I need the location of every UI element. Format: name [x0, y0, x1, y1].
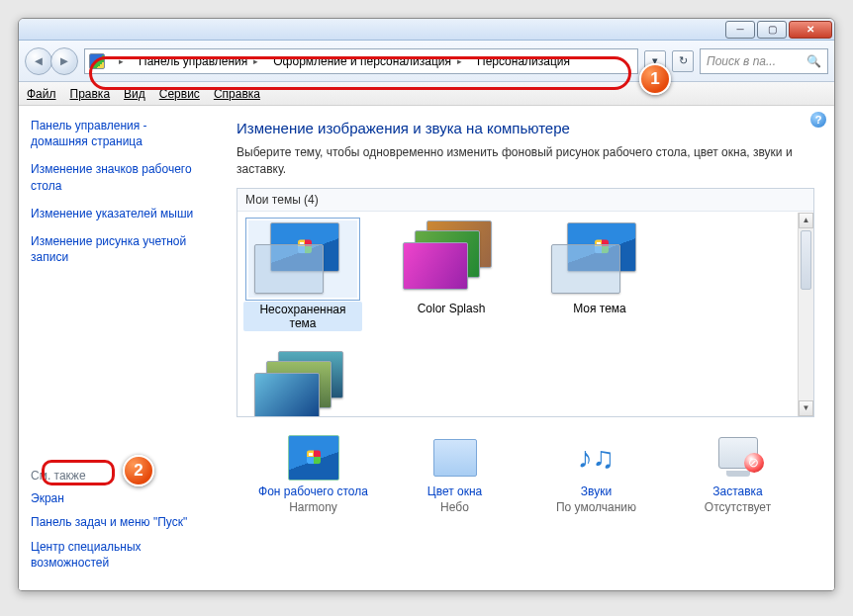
search-input[interactable]: Поиск в па... 🔍: [700, 48, 828, 74]
setting-label: Цвет окна: [396, 484, 515, 498]
sidebar-screen-link[interactable]: Экран: [31, 490, 205, 506]
scroll-up-button[interactable]: ▲: [799, 213, 813, 228]
sidebar-home-link[interactable]: Панель управления - домашняя страница: [31, 118, 205, 149]
page-title: Изменение изображения и звука на компьют…: [237, 120, 814, 136]
sidebar-desktop-icons-link[interactable]: Изменение значков рабочего стола: [31, 161, 205, 193]
setting-label: Звуки: [537, 484, 656, 498]
theme-label: Моя тема: [573, 302, 626, 315]
annotation-badge-1: 1: [639, 63, 671, 95]
setting-value: Небо: [396, 500, 515, 514]
window-color-button[interactable]: Цвет окна Небо: [396, 435, 515, 514]
settings-row: Фон рабочего стола Harmony Цвет окна Неб…: [237, 435, 814, 514]
theme-unsaved[interactable]: Несохраненная тема: [243, 220, 362, 331]
setting-value: По умолчанию: [537, 500, 656, 514]
maximize-button[interactable]: ▢: [757, 21, 787, 39]
nav-buttons: ◄ ►: [25, 47, 78, 75]
close-button[interactable]: ✕: [789, 21, 832, 39]
search-placeholder: Поиск в па...: [707, 54, 776, 68]
themes-group-header: Мои темы (4): [237, 189, 813, 212]
sidebar-pointers-link[interactable]: Изменение указателей мыши: [31, 206, 205, 221]
breadcrumb-seg-cp[interactable]: Панель управления▸: [133, 49, 267, 73]
forward-button[interactable]: ►: [50, 47, 78, 75]
breadcrumb-seg-personalization[interactable]: Персонализация: [471, 49, 579, 73]
themes-scrollbar[interactable]: ▲ ▼: [798, 213, 813, 416]
theme-my-theme[interactable]: Моя тема: [540, 220, 659, 331]
theme-color-splash[interactable]: Color Splash: [392, 220, 511, 331]
scroll-thumb[interactable]: [801, 230, 811, 290]
theme-label: Color Splash: [418, 302, 486, 315]
back-button[interactable]: ◄: [25, 47, 52, 75]
desktop-background-button[interactable]: Фон рабочего стола Harmony: [254, 435, 373, 514]
breadcrumb-seg-root[interactable]: ▸: [107, 49, 133, 73]
menu-file[interactable]: Файл: [27, 87, 56, 101]
minimize-button[interactable]: ─: [725, 21, 755, 39]
breadcrumb-label: Панель управления: [139, 54, 247, 68]
sidebar-account-picture-link[interactable]: Изменение рисунка учетной записи: [31, 233, 205, 265]
window-body: Панель управления - домашняя страница Из…: [19, 106, 834, 590]
sidebar-see-also: См. также Экран Панель задач и меню "Пус…: [31, 469, 205, 578]
scroll-down-button[interactable]: ▼: [799, 400, 813, 416]
sidebar: Панель управления - домашняя страница Из…: [19, 106, 217, 590]
content-area: ? Изменение изображения и звука на компь…: [217, 106, 834, 590]
breadcrumb-label: Оформление и персонализация: [273, 54, 451, 68]
themes-listbox: Мои темы (4) Несохраненная тема: [237, 188, 814, 417]
address-bar[interactable]: ▸ Панель управления▸ Оформление и персон…: [84, 48, 638, 74]
menu-bar: Файл Правка Вид Сервис Справка: [19, 82, 834, 106]
theme-label: Несохраненная тема: [243, 302, 362, 331]
setting-label: Фон рабочего стола: [254, 484, 373, 498]
menu-view[interactable]: Вид: [124, 87, 145, 101]
sounds-button[interactable]: ♪♫ Звуки По умолчанию: [537, 435, 656, 514]
menu-help[interactable]: Справка: [214, 87, 260, 101]
see-also-title: См. также: [31, 469, 205, 483]
menu-service[interactable]: Сервис: [159, 87, 200, 101]
personalization-window: ─ ▢ ✕ ◄ ► ▸ Панель управления▸ Оформлени…: [18, 18, 835, 591]
setting-value: Harmony: [254, 500, 373, 514]
menu-edit[interactable]: Правка: [70, 87, 111, 101]
titlebar: ─ ▢ ✕: [19, 19, 834, 41]
page-description: Выберите тему, чтобы одновременно измени…: [237, 144, 814, 178]
refresh-button[interactable]: ↻: [672, 50, 694, 72]
themes-container: Несохраненная тема Color Splash: [237, 213, 798, 416]
control-panel-icon: [89, 53, 105, 69]
sidebar-taskbar-link[interactable]: Панель задач и меню "Пуск": [31, 514, 205, 530]
breadcrumb-seg-appearance[interactable]: Оформление и персонализация▸: [267, 49, 471, 73]
screensaver-button[interactable]: ⊘ Заставка Отсутствует: [679, 435, 798, 514]
setting-label: Заставка: [679, 484, 798, 498]
search-icon: 🔍: [806, 54, 821, 68]
nav-row: ◄ ► ▸ Панель управления▸ Оформление и пе…: [19, 41, 834, 82]
annotation-badge-2: 2: [123, 455, 154, 486]
help-icon[interactable]: ?: [810, 112, 826, 128]
sidebar-ease-link[interactable]: Центр специальных возможностей: [31, 539, 205, 571]
setting-value: Отсутствует: [679, 500, 798, 514]
breadcrumb-label: Персонализация: [477, 54, 570, 68]
theme-fourth[interactable]: [243, 351, 362, 416]
